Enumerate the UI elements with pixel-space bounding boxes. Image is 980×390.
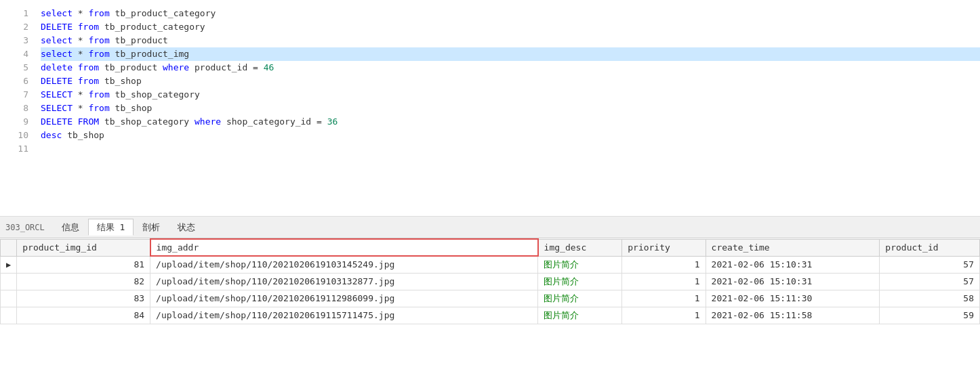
code-token: from [78, 62, 99, 72]
code-line: desc tb_shop [41, 129, 980, 142]
column-header: create_time [706, 239, 880, 256]
tabs-bar: 303_ORCL 信息结果 1剖析状态 [0, 217, 980, 238]
line-number: 2 [5, 20, 28, 34]
table-cell: 2021-02-06 15:11:30 [706, 290, 880, 307]
code-token: 36 [327, 116, 338, 127]
line-number: 5 [5, 61, 28, 74]
line-number: 1 [5, 7, 28, 20]
column-header: product_id [880, 239, 980, 256]
code-token: DELETE [41, 76, 73, 86]
table-cell: 图片简介 [538, 307, 622, 324]
code-token: FROM [78, 116, 99, 127]
code-line: select * from tb_product_img [41, 47, 980, 61]
column-header: product_img_id [17, 239, 150, 256]
code-token: * [73, 8, 88, 18]
table-cell: 1 [622, 307, 706, 324]
table-cell: 图片简介 [538, 256, 622, 273]
table-cell: 58 [880, 290, 980, 307]
table-cell: 1 [622, 256, 706, 273]
code-token [73, 62, 78, 72]
table-row[interactable]: 83/upload/item/shop/110/2021020619112986… [1, 290, 980, 307]
line-number: 3 [5, 34, 28, 47]
code-token: from [88, 35, 109, 45]
line-number: 9 [5, 115, 28, 129]
line-number: 7 [5, 88, 28, 102]
code-token: tb_product_img [110, 49, 189, 59]
code-token: tb_shop [62, 130, 104, 140]
code-token: DELETE [41, 22, 73, 32]
table-row[interactable]: ▶81/upload/item/shop/110/202102061910314… [1, 256, 980, 273]
table-cell [1, 290, 17, 307]
code-content[interactable]: select * from tb_product_categoryDELETE … [34, 5, 980, 211]
code-line: select * from tb_product [41, 34, 980, 47]
code-token: shop_category_id = [221, 116, 327, 127]
code-line: SELECT * from tb_shop [41, 102, 980, 115]
code-token: tb_shop_category [110, 89, 200, 100]
code-token: where [163, 62, 189, 72]
code-line: delete from tb_product where product_id … [41, 61, 980, 74]
code-token [73, 22, 78, 32]
code-token: select [41, 49, 73, 59]
code-token: SELECT [41, 89, 73, 100]
results-area[interactable]: product_img_idimg_addrimg_descprioritycr… [0, 238, 980, 390]
code-token: DELETE [41, 116, 73, 127]
code-token: where [195, 116, 221, 127]
table-cell: ▶ [1, 256, 17, 273]
code-token: from [88, 103, 109, 113]
table-cell: 83 [17, 290, 150, 307]
tab-item[interactable]: 信息 [53, 219, 88, 236]
code-token: * [73, 103, 88, 113]
table-cell: 57 [880, 256, 980, 273]
code-token: * [73, 35, 88, 45]
code-token: from [78, 76, 99, 86]
table-cell: 2021-02-06 15:11:58 [706, 307, 880, 324]
table-cell: /upload/item/shop/110/202102061910314524… [150, 256, 538, 273]
table-row[interactable]: 84/upload/item/shop/110/2021020619115711… [1, 307, 980, 324]
code-token: delete [41, 62, 73, 72]
results-table: product_img_idimg_addrimg_descprioritycr… [0, 238, 980, 324]
code-token: product_id = [189, 62, 264, 72]
code-line: DELETE from tb_shop [41, 74, 980, 88]
table-cell: 1 [622, 290, 706, 307]
table-cell: 59 [880, 307, 980, 324]
table-cell: 2021-02-06 15:10:31 [706, 273, 880, 290]
table-cell: 82 [17, 273, 150, 290]
tabs-container: 信息结果 1剖析状态 [53, 221, 205, 234]
table-cell: 2021-02-06 15:10:31 [706, 256, 880, 273]
column-header [1, 239, 17, 256]
code-token: tb_product_category [110, 8, 216, 18]
code-token [73, 116, 78, 127]
code-token: tb_shop_category [99, 116, 195, 127]
code-token: 46 [264, 62, 274, 72]
table-cell: 57 [880, 273, 980, 290]
column-header: priority [622, 239, 706, 256]
table-cell: /upload/item/shop/110/202102061910313287… [150, 273, 538, 290]
code-token: select [41, 35, 73, 45]
code-line [41, 142, 980, 156]
code-line: DELETE from tb_product_category [41, 20, 980, 34]
code-line: SELECT * from tb_shop_category [41, 88, 980, 102]
column-header: img_addr [150, 239, 538, 256]
line-number: 10 [5, 129, 28, 142]
code-token: tb_product [110, 35, 168, 45]
tab-item[interactable]: 结果 1 [88, 219, 134, 236]
table-cell: 图片简介 [538, 290, 622, 307]
line-number: 8 [5, 102, 28, 115]
code-token: select [41, 8, 73, 18]
code-line: select * from tb_product_category [41, 7, 980, 20]
code-token: from [88, 8, 109, 18]
table-cell: 1 [622, 273, 706, 290]
code-line: DELETE FROM tb_shop_category where shop_… [41, 115, 980, 129]
code-token: from [88, 49, 109, 59]
tab-item[interactable]: 剖析 [134, 219, 169, 236]
code-token: desc [41, 130, 62, 140]
table-cell: 图片简介 [538, 273, 622, 290]
bottom-panel: 303_ORCL 信息结果 1剖析状态 product_img_idimg_ad… [0, 217, 980, 390]
table-row[interactable]: 82/upload/item/shop/110/2021020619103132… [1, 273, 980, 290]
line-number: 11 [5, 142, 28, 156]
table-cell: 84 [17, 307, 150, 324]
editor-panel: 1234567891011 select * from tb_product_c… [0, 0, 980, 217]
code-token: from [88, 89, 109, 100]
tab-item[interactable]: 状态 [169, 219, 204, 236]
line-number: 6 [5, 74, 28, 88]
